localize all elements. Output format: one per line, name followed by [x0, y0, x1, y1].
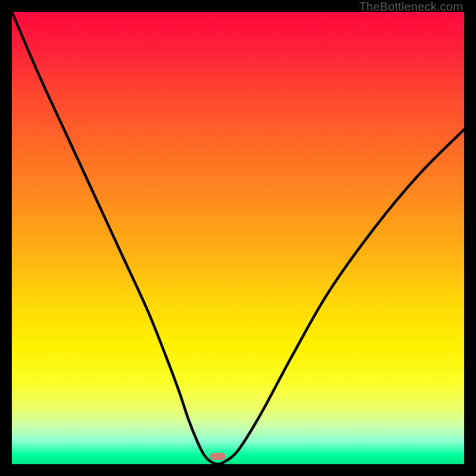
bottleneck-curve: [12, 12, 464, 464]
optimal-point-marker: [210, 453, 226, 460]
chart-frame: [12, 12, 464, 464]
curve-path: [12, 12, 464, 464]
